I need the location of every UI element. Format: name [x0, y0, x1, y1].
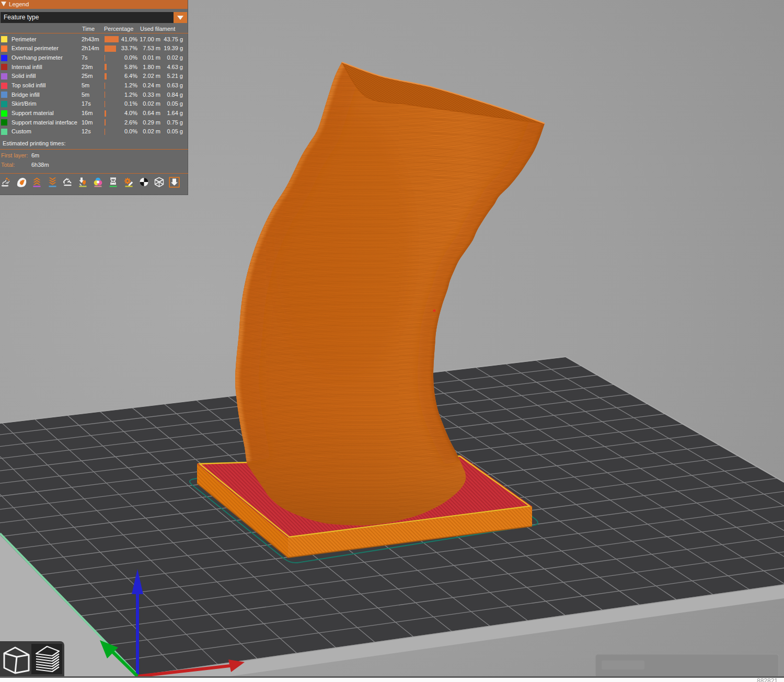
svg-text:882821: 882821: [757, 677, 778, 682]
